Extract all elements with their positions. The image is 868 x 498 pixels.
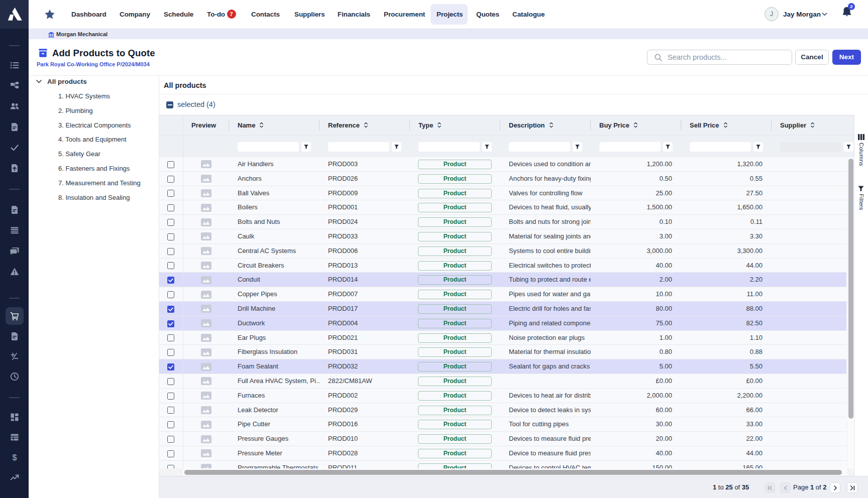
svg-text:$: $ — [12, 453, 17, 462]
